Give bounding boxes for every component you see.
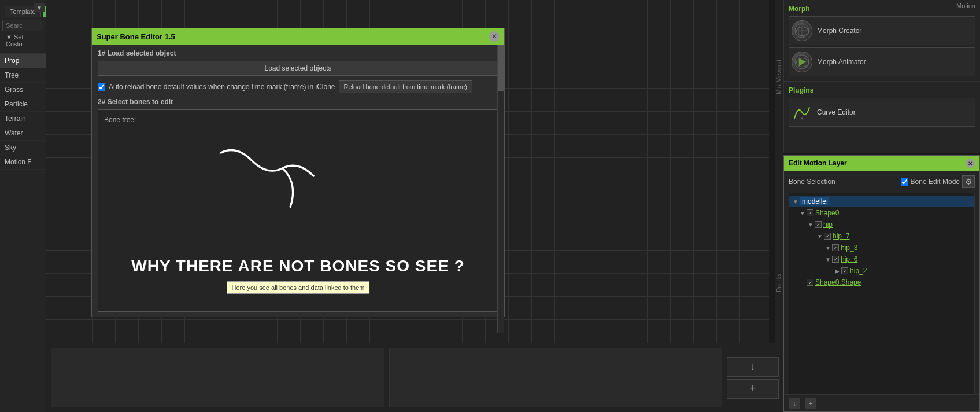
set-custom-label[interactable]: ▼ Set Custo <box>2 31 43 50</box>
sidebar-item-tree[interactable]: Tree <box>0 68 46 83</box>
checkbox-hip[interactable]: ✓ <box>815 221 822 228</box>
sidebar-item-water[interactable]: Water <box>0 126 46 141</box>
tree-node-hip[interactable]: ▼ ✓ hip <box>789 219 974 230</box>
dialog-close-button[interactable]: ✕ <box>489 31 500 42</box>
curve-editor-label: Curve Editor <box>817 108 856 116</box>
motion-panel-title: Edit Motion Layer <box>789 159 847 167</box>
morph-creator-globe-svg <box>793 22 811 39</box>
label-shape0shape: Shape0.Shape <box>815 278 861 286</box>
expand-shape0shape <box>798 278 807 286</box>
sidebar-item-particle[interactable]: Particle <box>0 97 46 112</box>
checkbox-hip2[interactable]: ✓ <box>841 267 848 274</box>
bottom-plus-button[interactable]: + <box>727 379 779 399</box>
tooltip-box: Here you see all bones and data linked t… <box>227 281 370 294</box>
curve-editor-item[interactable]: λ Curve Editor <box>789 98 975 127</box>
search-input[interactable] <box>2 20 43 31</box>
plugins-section-title: Plugins <box>789 86 975 94</box>
bottom-section-left <box>51 348 384 407</box>
gear-button[interactable]: ⚙ <box>962 175 975 188</box>
morph-creator-item[interactable]: Morph Creator <box>789 16 975 45</box>
tree-node-modelle[interactable]: ▼ modelle <box>789 196 974 207</box>
sidebar-item-motion[interactable]: Motion F <box>0 155 46 170</box>
label-shape0: Shape0 <box>815 209 839 217</box>
motion-panel-bottom-bar: ↓ + <box>784 394 979 411</box>
label-hip7: hip_7 <box>833 232 849 240</box>
bone-tree-container[interactable]: ▼ modelle ▼ ✓ Shape0 ▼ ✓ hip ▼ ✓ <box>789 193 975 395</box>
expand-shape0[interactable]: ▼ <box>798 209 807 217</box>
expand-hip7[interactable]: ▼ <box>816 232 824 240</box>
bone-edit-mode: Bone Edit Mode ⚙ <box>901 175 975 188</box>
tree-node-hip7[interactable]: ▼ ✓ hip_7 <box>789 230 974 242</box>
mini-viewport-label: Mini Viewport <box>776 60 782 94</box>
left-sidebar: Template Custom ▼ ▼ Set Custo Prop Tree … <box>0 0 46 412</box>
auto-reload-checkbox[interactable] <box>98 83 105 91</box>
label-hip3: hip_3 <box>841 244 857 252</box>
motion-panel-body: Bone Selection Bone Edit Mode ⚙ ▼ modell… <box>784 171 979 400</box>
morph-animator-globe-svg <box>793 53 811 71</box>
checkbox-hip7[interactable]: ✓ <box>824 233 831 240</box>
motion-bottom-down-button[interactable]: ↓ <box>789 398 800 409</box>
dialog-scrollbar[interactable] <box>497 45 504 333</box>
expand-modelle[interactable]: ▼ <box>792 197 800 205</box>
bottom-down-button[interactable]: ↓ <box>727 357 779 377</box>
edit-motion-panel: Edit Motion Layer ✕ Bone Selection Bone … <box>783 155 980 412</box>
label-hip2: hip_2 <box>850 267 867 275</box>
label-hip6: hip_6 <box>841 255 857 263</box>
tab-bar: Template Custom ▼ <box>2 3 43 17</box>
step1-label: 1# Load selected object <box>98 49 498 57</box>
dialog-scrollbar-thumb <box>498 45 504 91</box>
load-selected-objects-button[interactable]: Load selected objects <box>98 61 498 76</box>
bottom-buttons: ↓ + <box>727 357 779 399</box>
tree-node-shape0[interactable]: ▼ ✓ Shape0 <box>789 207 974 219</box>
sidebar-item-terrain[interactable]: Terrain <box>0 112 46 126</box>
morph-animator-label: Morph Animator <box>817 58 866 66</box>
tree-node-shape0shape[interactable]: ✓ Shape0.Shape <box>789 277 974 288</box>
bottom-section-middle <box>389 348 723 407</box>
tree-node-hip6[interactable]: ▼ ✓ hip_6 <box>789 253 974 265</box>
bone-edit-mode-checkbox[interactable] <box>901 178 908 186</box>
reload-bone-button[interactable]: Reload bone default from time mark (fram… <box>339 80 472 93</box>
morph-creator-icon <box>792 20 812 41</box>
curve-editor-icon: λ <box>792 102 812 123</box>
auto-reload-label: Auto reload bone default values when cha… <box>109 83 335 91</box>
morph-section: Morph Morph Creator <box>784 0 980 81</box>
right-panel-top: Motion Morph Morph Creator <box>783 0 980 153</box>
svg-text:λ: λ <box>801 116 803 120</box>
motion-panel-close-button[interactable]: ✕ <box>966 159 975 168</box>
morph-creator-label: Morph Creator <box>817 27 861 35</box>
label-hip: hip <box>823 220 833 229</box>
checkbox-shape0shape[interactable]: ✓ <box>807 279 813 286</box>
sidebar-top: Template Custom ▼ ▼ Set Custo <box>0 0 46 54</box>
checkbox-hip3[interactable]: ✓ <box>832 244 839 251</box>
motion-bottom-add-button[interactable]: + <box>805 398 816 409</box>
bottom-bar: ↓ + <box>46 343 783 412</box>
curve-editor-svg: λ <box>792 102 812 122</box>
motion-top-label: Motion <box>952 0 980 12</box>
dialog-titlebar: Super Bone Editor 1.5 ✕ <box>92 28 504 45</box>
label-modelle: modelle <box>800 197 829 205</box>
sidebar-item-grass[interactable]: Grass <box>0 83 46 97</box>
sidebar-item-prop[interactable]: Prop <box>0 54 46 68</box>
bone-editor-dialog: Super Bone Editor 1.5 ✕ 1# Load selected… <box>91 28 505 317</box>
morph-animator-item[interactable]: Morph Animator <box>789 47 975 76</box>
morph-section-title: Morph <box>789 5 975 13</box>
step2-label: 2# Select bones to edit <box>98 98 498 106</box>
tree-node-hip3[interactable]: ▼ ✓ hip_3 <box>789 242 974 253</box>
bone-selection-label: Bone Selection <box>789 178 835 186</box>
dropdown-button[interactable]: ▼ <box>34 3 45 12</box>
bone-tree-box: Bone tree: WHY THERE ARE NOT BONES SO SE… <box>98 109 498 312</box>
auto-reload-row: Auto reload bone default values when cha… <box>98 80 498 93</box>
bone-tree-header: Bone tree: <box>104 116 492 124</box>
expand-hip3[interactable]: ▼ <box>824 244 832 252</box>
tree-node-hip2[interactable]: ▶ ✓ hip_2 <box>789 265 974 277</box>
render-label: Render <box>776 273 782 292</box>
bone-selection-row: Bone Selection Bone Edit Mode ⚙ <box>789 175 975 188</box>
expand-hip[interactable]: ▼ <box>807 220 815 229</box>
bone-tree-drawing <box>104 130 492 245</box>
sidebar-item-sky[interactable]: Sky <box>0 141 46 155</box>
expand-hip2[interactable]: ▶ <box>833 267 841 275</box>
checkbox-shape0[interactable]: ✓ <box>807 209 813 216</box>
motion-panel-titlebar: Edit Motion Layer ✕ <box>784 156 979 171</box>
expand-hip6[interactable]: ▼ <box>824 255 832 263</box>
checkbox-hip6[interactable]: ✓ <box>832 256 839 263</box>
